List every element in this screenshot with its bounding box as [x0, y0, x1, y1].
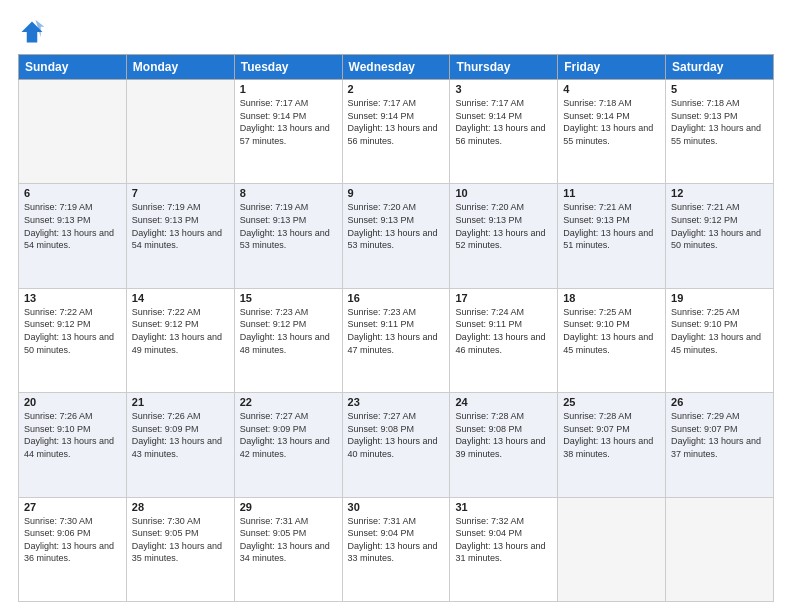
day-info: Sunrise: 7:22 AM Sunset: 9:12 PM Dayligh… [24, 306, 121, 356]
calendar-cell: 9Sunrise: 7:20 AM Sunset: 9:13 PM Daylig… [342, 184, 450, 288]
day-number: 21 [132, 396, 229, 408]
calendar-cell: 14Sunrise: 7:22 AM Sunset: 9:12 PM Dayli… [126, 288, 234, 392]
day-number: 31 [455, 501, 552, 513]
calendar-cell: 6Sunrise: 7:19 AM Sunset: 9:13 PM Daylig… [19, 184, 127, 288]
calendar-week-row: 27Sunrise: 7:30 AM Sunset: 9:06 PM Dayli… [19, 497, 774, 601]
day-info: Sunrise: 7:22 AM Sunset: 9:12 PM Dayligh… [132, 306, 229, 356]
calendar-cell: 17Sunrise: 7:24 AM Sunset: 9:11 PM Dayli… [450, 288, 558, 392]
calendar-cell: 24Sunrise: 7:28 AM Sunset: 9:08 PM Dayli… [450, 393, 558, 497]
day-info: Sunrise: 7:18 AM Sunset: 9:13 PM Dayligh… [671, 97, 768, 147]
calendar-cell: 13Sunrise: 7:22 AM Sunset: 9:12 PM Dayli… [19, 288, 127, 392]
day-number: 10 [455, 187, 552, 199]
logo [18, 18, 50, 46]
calendar-week-row: 6Sunrise: 7:19 AM Sunset: 9:13 PM Daylig… [19, 184, 774, 288]
day-number: 20 [24, 396, 121, 408]
calendar-cell [666, 497, 774, 601]
day-info: Sunrise: 7:23 AM Sunset: 9:12 PM Dayligh… [240, 306, 337, 356]
day-number: 22 [240, 396, 337, 408]
day-info: Sunrise: 7:19 AM Sunset: 9:13 PM Dayligh… [240, 201, 337, 251]
day-number: 12 [671, 187, 768, 199]
day-info: Sunrise: 7:23 AM Sunset: 9:11 PM Dayligh… [348, 306, 445, 356]
calendar-week-row: 13Sunrise: 7:22 AM Sunset: 9:12 PM Dayli… [19, 288, 774, 392]
day-number: 7 [132, 187, 229, 199]
day-info: Sunrise: 7:31 AM Sunset: 9:05 PM Dayligh… [240, 515, 337, 565]
day-number: 28 [132, 501, 229, 513]
day-of-week-header: Monday [126, 55, 234, 80]
calendar-cell: 7Sunrise: 7:19 AM Sunset: 9:13 PM Daylig… [126, 184, 234, 288]
day-number: 30 [348, 501, 445, 513]
calendar-cell: 10Sunrise: 7:20 AM Sunset: 9:13 PM Dayli… [450, 184, 558, 288]
day-info: Sunrise: 7:30 AM Sunset: 9:06 PM Dayligh… [24, 515, 121, 565]
day-info: Sunrise: 7:28 AM Sunset: 9:07 PM Dayligh… [563, 410, 660, 460]
calendar-cell: 11Sunrise: 7:21 AM Sunset: 9:13 PM Dayli… [558, 184, 666, 288]
calendar-week-row: 1Sunrise: 7:17 AM Sunset: 9:14 PM Daylig… [19, 80, 774, 184]
calendar-cell: 22Sunrise: 7:27 AM Sunset: 9:09 PM Dayli… [234, 393, 342, 497]
calendar-cell: 12Sunrise: 7:21 AM Sunset: 9:12 PM Dayli… [666, 184, 774, 288]
calendar-cell: 31Sunrise: 7:32 AM Sunset: 9:04 PM Dayli… [450, 497, 558, 601]
calendar-week-row: 20Sunrise: 7:26 AM Sunset: 9:10 PM Dayli… [19, 393, 774, 497]
calendar-cell [558, 497, 666, 601]
day-info: Sunrise: 7:21 AM Sunset: 9:13 PM Dayligh… [563, 201, 660, 251]
day-number: 18 [563, 292, 660, 304]
day-number: 14 [132, 292, 229, 304]
calendar-cell: 23Sunrise: 7:27 AM Sunset: 9:08 PM Dayli… [342, 393, 450, 497]
day-of-week-header: Friday [558, 55, 666, 80]
calendar-cell: 8Sunrise: 7:19 AM Sunset: 9:13 PM Daylig… [234, 184, 342, 288]
page-header [18, 18, 774, 46]
calendar-header-row: SundayMondayTuesdayWednesdayThursdayFrid… [19, 55, 774, 80]
day-info: Sunrise: 7:29 AM Sunset: 9:07 PM Dayligh… [671, 410, 768, 460]
day-number: 4 [563, 83, 660, 95]
day-info: Sunrise: 7:28 AM Sunset: 9:08 PM Dayligh… [455, 410, 552, 460]
calendar-cell: 1Sunrise: 7:17 AM Sunset: 9:14 PM Daylig… [234, 80, 342, 184]
logo-icon [18, 18, 46, 46]
day-info: Sunrise: 7:17 AM Sunset: 9:14 PM Dayligh… [240, 97, 337, 147]
calendar-cell: 29Sunrise: 7:31 AM Sunset: 9:05 PM Dayli… [234, 497, 342, 601]
day-number: 17 [455, 292, 552, 304]
day-number: 24 [455, 396, 552, 408]
day-info: Sunrise: 7:19 AM Sunset: 9:13 PM Dayligh… [24, 201, 121, 251]
day-info: Sunrise: 7:20 AM Sunset: 9:13 PM Dayligh… [348, 201, 445, 251]
day-number: 11 [563, 187, 660, 199]
calendar-cell: 4Sunrise: 7:18 AM Sunset: 9:14 PM Daylig… [558, 80, 666, 184]
day-number: 6 [24, 187, 121, 199]
day-number: 9 [348, 187, 445, 199]
day-number: 23 [348, 396, 445, 408]
calendar-cell: 18Sunrise: 7:25 AM Sunset: 9:10 PM Dayli… [558, 288, 666, 392]
day-of-week-header: Tuesday [234, 55, 342, 80]
day-number: 25 [563, 396, 660, 408]
day-of-week-header: Saturday [666, 55, 774, 80]
calendar-cell: 21Sunrise: 7:26 AM Sunset: 9:09 PM Dayli… [126, 393, 234, 497]
calendar-cell: 28Sunrise: 7:30 AM Sunset: 9:05 PM Dayli… [126, 497, 234, 601]
day-number: 27 [24, 501, 121, 513]
day-number: 13 [24, 292, 121, 304]
day-info: Sunrise: 7:27 AM Sunset: 9:09 PM Dayligh… [240, 410, 337, 460]
calendar-cell: 26Sunrise: 7:29 AM Sunset: 9:07 PM Dayli… [666, 393, 774, 497]
calendar-cell: 3Sunrise: 7:17 AM Sunset: 9:14 PM Daylig… [450, 80, 558, 184]
day-info: Sunrise: 7:30 AM Sunset: 9:05 PM Dayligh… [132, 515, 229, 565]
day-info: Sunrise: 7:27 AM Sunset: 9:08 PM Dayligh… [348, 410, 445, 460]
day-info: Sunrise: 7:25 AM Sunset: 9:10 PM Dayligh… [563, 306, 660, 356]
calendar-cell: 5Sunrise: 7:18 AM Sunset: 9:13 PM Daylig… [666, 80, 774, 184]
day-number: 8 [240, 187, 337, 199]
day-info: Sunrise: 7:18 AM Sunset: 9:14 PM Dayligh… [563, 97, 660, 147]
day-number: 29 [240, 501, 337, 513]
day-info: Sunrise: 7:20 AM Sunset: 9:13 PM Dayligh… [455, 201, 552, 251]
day-number: 5 [671, 83, 768, 95]
day-info: Sunrise: 7:31 AM Sunset: 9:04 PM Dayligh… [348, 515, 445, 565]
calendar-table: SundayMondayTuesdayWednesdayThursdayFrid… [18, 54, 774, 602]
day-info: Sunrise: 7:17 AM Sunset: 9:14 PM Dayligh… [348, 97, 445, 147]
day-info: Sunrise: 7:26 AM Sunset: 9:09 PM Dayligh… [132, 410, 229, 460]
day-number: 15 [240, 292, 337, 304]
day-number: 1 [240, 83, 337, 95]
day-info: Sunrise: 7:17 AM Sunset: 9:14 PM Dayligh… [455, 97, 552, 147]
calendar-cell: 25Sunrise: 7:28 AM Sunset: 9:07 PM Dayli… [558, 393, 666, 497]
day-info: Sunrise: 7:26 AM Sunset: 9:10 PM Dayligh… [24, 410, 121, 460]
calendar-cell: 27Sunrise: 7:30 AM Sunset: 9:06 PM Dayli… [19, 497, 127, 601]
calendar-cell: 16Sunrise: 7:23 AM Sunset: 9:11 PM Dayli… [342, 288, 450, 392]
day-of-week-header: Wednesday [342, 55, 450, 80]
calendar-cell: 19Sunrise: 7:25 AM Sunset: 9:10 PM Dayli… [666, 288, 774, 392]
day-info: Sunrise: 7:21 AM Sunset: 9:12 PM Dayligh… [671, 201, 768, 251]
calendar-cell: 2Sunrise: 7:17 AM Sunset: 9:14 PM Daylig… [342, 80, 450, 184]
day-number: 2 [348, 83, 445, 95]
day-info: Sunrise: 7:24 AM Sunset: 9:11 PM Dayligh… [455, 306, 552, 356]
